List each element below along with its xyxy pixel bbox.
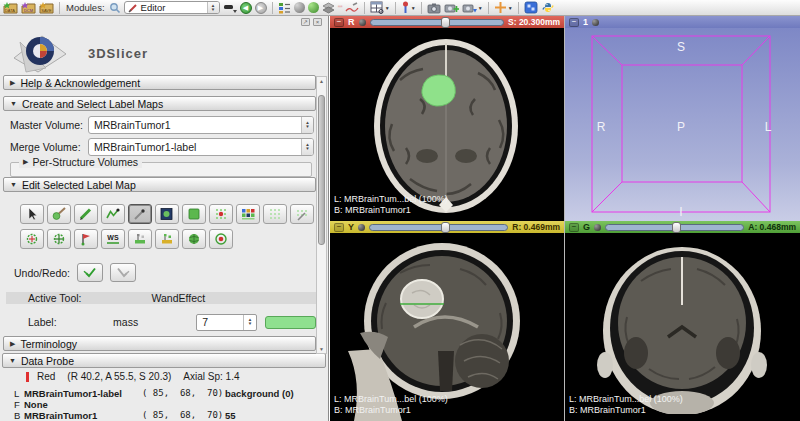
collapse-controller-button[interactable]: − <box>334 223 344 232</box>
per-structure-group: ▶ Per-Structure Volumes <box>10 162 312 177</box>
fast-marching-tool[interactable] <box>74 229 98 249</box>
collapse-controller-button[interactable]: − <box>569 18 579 27</box>
red-slice-slider[interactable] <box>370 19 505 26</box>
pin-icon[interactable] <box>359 19 366 26</box>
main-toolbar: DATA DCM SAVE Modules: Editor ▲▼ ◀ ▶ <box>0 0 800 16</box>
record-tool[interactable] <box>209 229 233 249</box>
collapse-controller-button[interactable]: − <box>334 18 344 27</box>
dilate-sphere-tool[interactable] <box>182 229 206 249</box>
module-selector-value: Editor <box>141 2 166 13</box>
watershed-tool[interactable]: WS <box>101 229 125 249</box>
green-slice-image[interactable]: L: MRBrainTum...bel (100%) B: MRBrainTum… <box>565 233 800 421</box>
yellow-slice-controller: − Y R: 0.469mm <box>330 221 564 233</box>
yellow-slice-slider[interactable] <box>369 224 508 231</box>
gray-sphere-icon[interactable] <box>294 2 305 13</box>
toolbar-separator <box>272 2 273 14</box>
red-slice-image[interactable]: L: MRBrainTum...bel (100%) B: MRBrainTum… <box>330 28 564 221</box>
level-tracing-tool[interactable] <box>101 204 125 224</box>
python-console-button[interactable] <box>541 1 555 15</box>
section-edit-label-map[interactable]: ▼ Edit Selected Label Map <box>3 177 316 192</box>
probe-row-label: L MRBrainTumor1-label ( 85, 68, 70) back… <box>14 388 324 399</box>
green-sphere-icon[interactable] <box>308 2 319 13</box>
section-create-label-maps[interactable]: ▼ Create and Select Label Maps <box>3 96 316 111</box>
section-terminology[interactable]: ▶ Terminology <box>3 336 316 351</box>
screenshot-button[interactable] <box>427 1 441 15</box>
slider-handle[interactable] <box>441 17 450 28</box>
crosshair-button[interactable]: ▼ <box>494 1 513 15</box>
fiducial-asterisk-icon[interactable]: ** <box>338 1 342 15</box>
scroll-down-icon[interactable]: ▼ <box>317 346 326 352</box>
scene-view-restore-button[interactable]: ▼ <box>462 1 483 15</box>
wand-tool[interactable] <box>128 204 152 224</box>
dilate-tool[interactable] <box>47 229 71 249</box>
pin-icon[interactable] <box>358 224 365 231</box>
load-data-button[interactable]: DATA <box>3 1 18 15</box>
hide-panel-icon[interactable]: × <box>313 18 322 26</box>
pin-icon[interactable] <box>592 19 599 26</box>
module-search-icon[interactable] <box>109 1 121 15</box>
change-island-tool[interactable] <box>209 204 233 224</box>
collapse-controller-button[interactable]: − <box>569 223 579 232</box>
save-island-tool[interactable] <box>290 204 314 224</box>
expanded-arrow-icon: ▼ <box>10 100 17 107</box>
load-dicom-button[interactable]: DCM <box>21 1 36 15</box>
probe-row-foreground: F None <box>14 399 324 410</box>
toolbar-separator <box>59 2 60 14</box>
per-structure-toggle[interactable]: ▶ Per-Structure Volumes <box>19 156 142 168</box>
extensions-button[interactable] <box>524 1 538 15</box>
slider-handle[interactable] <box>672 222 681 233</box>
module-selector[interactable]: Editor ▲▼ <box>124 1 220 14</box>
back-button[interactable]: ◀ <box>240 2 252 14</box>
green-slice-slider[interactable] <box>605 224 744 231</box>
scene-view-add-button[interactable] <box>444 1 459 15</box>
module-history-button[interactable] <box>223 1 237 15</box>
threshold-tool[interactable] <box>182 204 206 224</box>
section-help[interactable]: ▶ Help & Acknowledgement <box>3 75 316 90</box>
remove-islands-tool[interactable] <box>263 204 287 224</box>
label-color-swatch[interactable] <box>265 316 316 329</box>
label-label: Label: <box>28 316 113 328</box>
master-volume-label: Master Volume: <box>10 119 88 131</box>
yellow-slice-image[interactable]: L: MRBrainTum...bel (100%) B: MRBrainTum… <box>330 233 564 421</box>
threed-scene[interactable]: S R P L I <box>565 28 800 221</box>
pin-icon[interactable] <box>594 224 601 231</box>
combo-arrows-icon[interactable]: ▲▼ <box>301 117 313 133</box>
scrollbar-thumb[interactable] <box>318 95 325 245</box>
annotation-pencil-icon[interactable] <box>345 1 359 15</box>
grow-cut-tool[interactable] <box>128 229 152 249</box>
erode-tool[interactable] <box>20 229 44 249</box>
redo-button[interactable] <box>110 263 136 282</box>
section-data-probe[interactable]: ▼ Data Probe <box>2 353 326 368</box>
module-selector-arrows[interactable]: ▲▼ <box>207 2 219 13</box>
draw-tool[interactable] <box>74 204 98 224</box>
layers-icon[interactable] <box>322 1 335 15</box>
collapsed-arrow-icon: ▶ <box>10 340 15 348</box>
save-button[interactable]: SAVE <box>39 1 54 15</box>
merge-islands-tool[interactable] <box>155 229 179 249</box>
spinbox-arrows-icon[interactable]: ▲▼ <box>243 315 256 330</box>
erase-label-tool[interactable] <box>155 204 179 224</box>
master-volume-selector[interactable]: MRBrainTumor1 ▲▼ <box>88 116 314 134</box>
probe-slice-info: Red (R 40.2, A 55.5, S 20.3) Axial Sp: 1… <box>26 371 239 382</box>
orientation-s: S <box>677 40 685 54</box>
module-panel: ↗ × 3DSlicer ▶ Help & Acknowledgement ▼ … <box>0 16 329 421</box>
identify-islands-tool[interactable] <box>236 204 260 224</box>
popout-panel-icon[interactable]: ↗ <box>301 18 310 26</box>
module-panel-toggle-button[interactable] <box>278 1 291 15</box>
undo-button[interactable] <box>77 263 103 282</box>
forward-button[interactable]: ▶ <box>255 2 267 14</box>
orientation-r: R <box>597 120 606 134</box>
mouse-mode-marker-button[interactable]: ▼ <box>401 1 416 15</box>
scroll-up-icon[interactable]: ▲ <box>317 78 326 84</box>
merge-volume-selector[interactable]: MRBrainTumor1-label ▲▼ <box>88 138 314 156</box>
yellow-slice-offset: R: 0.469mm <box>512 222 560 232</box>
default-cursor-tool[interactable] <box>20 204 44 224</box>
combo-arrows-icon[interactable]: ▲▼ <box>301 139 313 155</box>
paint-tool[interactable] <box>47 204 71 224</box>
layout-button[interactable]: ▼ <box>370 1 390 15</box>
slider-handle[interactable] <box>441 222 450 233</box>
panel-scrollbar[interactable]: ▲ ▼ <box>316 76 327 354</box>
collapsed-arrow-icon: ▶ <box>23 158 28 166</box>
label-number-spinbox[interactable]: 7 ▲▼ <box>196 314 257 331</box>
red-slice-view: − R S: 20.300mm <box>330 16 564 221</box>
